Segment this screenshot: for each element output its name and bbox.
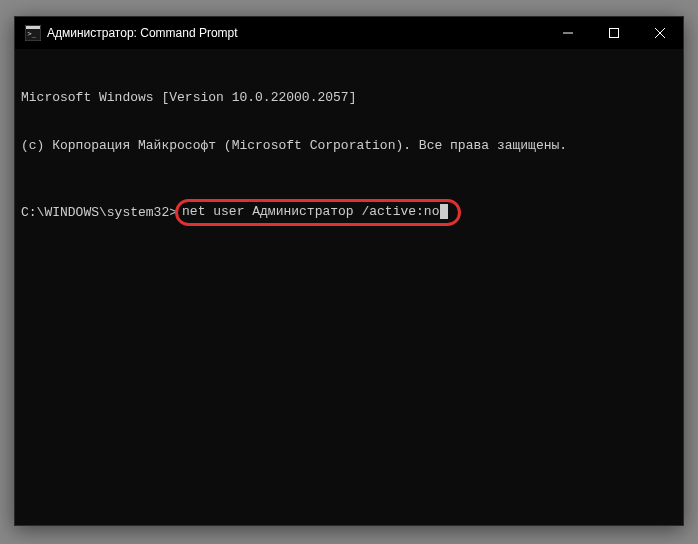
command-text: net user Администратор /active:no	[182, 204, 439, 219]
highlighted-command: net user Администратор /active:no	[175, 199, 461, 226]
prompt-line: C:\WINDOWS\system32>net user Администрат…	[21, 199, 677, 226]
prompt-path: C:\WINDOWS\system32>	[21, 205, 177, 221]
window-controls	[545, 17, 683, 49]
terminal-body[interactable]: Microsoft Windows [Version 10.0.22000.20…	[15, 49, 683, 525]
command-prompt-window: >_ Администратор: Command Prompt Microso…	[14, 16, 684, 526]
cmd-icon: >_	[25, 25, 41, 41]
titlebar[interactable]: >_ Администратор: Command Prompt	[15, 17, 683, 49]
window-title: Администратор: Command Prompt	[47, 26, 545, 40]
svg-rect-4	[610, 29, 619, 38]
svg-rect-1	[26, 26, 40, 29]
maximize-button[interactable]	[591, 17, 637, 49]
minimize-button[interactable]	[545, 17, 591, 49]
text-cursor	[440, 204, 448, 219]
output-line-version: Microsoft Windows [Version 10.0.22000.20…	[21, 90, 677, 106]
svg-text:>_: >_	[28, 30, 37, 38]
close-button[interactable]	[637, 17, 683, 49]
output-line-copyright: (c) Корпорация Майкрософт (Microsoft Cor…	[21, 138, 677, 154]
